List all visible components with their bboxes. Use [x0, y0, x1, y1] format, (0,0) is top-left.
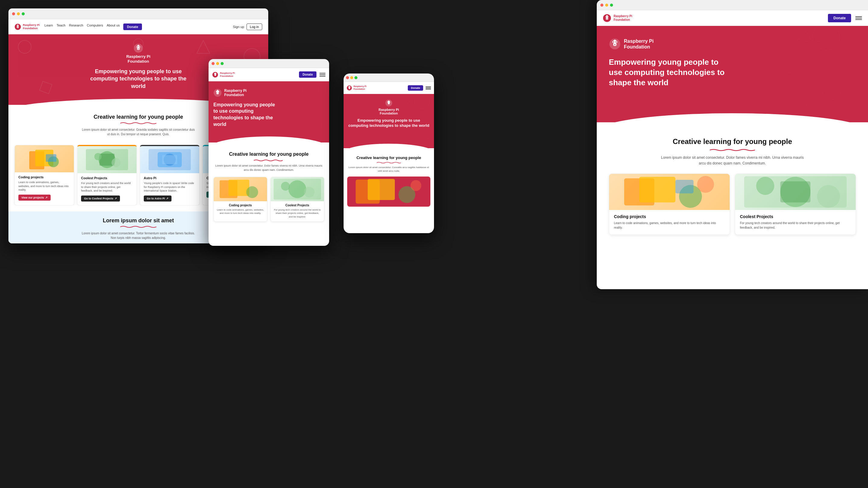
phone-nav: Raspberry Pi Foundation Donate [344, 82, 434, 94]
phone-hamburger-line-3 [426, 89, 431, 90]
svg-point-38 [304, 187, 314, 197]
tablet-cards: Coding projects Learn to code animations… [213, 177, 324, 222]
desktop-card-coolest-title: Coolest Projects [81, 176, 133, 180]
tablet-nav-logo[interactable]: Raspberry Pi Foundation [212, 72, 299, 78]
lr-maximize-dot [610, 4, 613, 7]
lr-hamburger-menu[interactable] [855, 16, 862, 20]
desktop-nav-signup[interactable]: Sign up [233, 25, 244, 29]
svg-point-54 [806, 99, 819, 113]
nav-link-research[interactable]: Research [69, 24, 83, 30]
tablet-card-coding-body: Coding projects Learn to code animations… [214, 201, 267, 218]
svg-point-56 [613, 41, 614, 42]
svg-rect-68 [780, 181, 810, 202]
svg-point-66 [756, 177, 774, 195]
phone-hamburger-line-1 [426, 87, 431, 87]
lr-nav-logo[interactable]: Raspberry Pi Foundation [603, 14, 828, 22]
svg-point-36 [288, 181, 306, 198]
tablet-hero-rpi-icon [213, 89, 222, 97]
lr-nav-donate-button[interactable]: Donate [828, 14, 851, 22]
tablet-maximize-dot [221, 62, 224, 65]
phone-hamburger-line-2 [426, 88, 431, 88]
desktop-card-astro: Astro Pi Young people's code in space! W… [140, 145, 199, 205]
lr-hero-rpi-icon [609, 38, 621, 50]
desktop-bottom-desc: Lorem ipsum dolor sit amet consectetur. … [81, 231, 195, 240]
svg-point-57 [615, 41, 617, 42]
desktop-card-coolest-image [78, 146, 136, 173]
phone-mockup: Raspberry Pi Foundation Donate [344, 73, 434, 233]
lr-minimize-dot [605, 4, 608, 7]
phone-nav-logo[interactable]: Raspberry Pi Foundation [347, 85, 408, 91]
lr-hero-logo-text: Raspberry Pi Foundation [624, 38, 654, 50]
tablet-nav-donate-button[interactable]: Donate [299, 71, 316, 78]
desktop-card-astro-title: Astro Pi [144, 176, 195, 180]
desktop-section1-wavy [120, 122, 156, 124]
desktop-card-astro-btn[interactable]: Go to Astro Pi ↗ [144, 195, 172, 201]
lr-card-coolest-text: For young tech creators around the world… [740, 221, 851, 230]
svg-point-1 [17, 25, 18, 26]
lr-cards: Coding projects Learn to code animations… [609, 173, 856, 235]
tablet-nav-logo-text: Raspberry Pi Foundation [220, 72, 235, 77]
desktop-hero-rpi-icon [133, 43, 143, 53]
svg-rect-24 [162, 155, 177, 164]
hamburger-line-2 [319, 74, 326, 75]
desktop-section1-desc: Lorem ipsum dolor sit amet consectetur. … [81, 127, 195, 136]
nav-link-computers[interactable]: Computers [87, 24, 103, 30]
tablet-chrome [209, 59, 329, 68]
tablet-card-coolest-text: For young tech creators around the world… [274, 208, 321, 218]
lr-card-coding-title: Coding projects [614, 214, 725, 219]
lr-card-coolest-body: Coolest Projects For young tech creators… [735, 210, 856, 235]
lr-card-coolest-title: Coolest Projects [740, 214, 851, 219]
lr-card-coding: Coding projects Learn to code animations… [609, 173, 730, 235]
desktop-card-astro-image [140, 146, 199, 173]
desktop-card-coding-image [15, 145, 74, 172]
lr-hamburger-line-2 [855, 18, 862, 19]
phone-minimize-dot [350, 76, 353, 79]
tablet-card-coolest: Coolest Projects For young tech creators… [270, 177, 324, 222]
tablet-hero-logo: Raspberry Pi Foundation [213, 89, 324, 97]
nav-link-about[interactable]: About us [107, 24, 120, 30]
phone-hero-rpi-icon [385, 99, 393, 107]
phone-close-dot [346, 76, 349, 79]
tablet-card-coding: Coding projects Learn to code animations… [213, 177, 267, 222]
desktop-nav-logo[interactable]: Raspberry Pi Foundation [14, 24, 40, 30]
desktop-card-coding-body: Coding projects Learn to code animations… [15, 172, 74, 204]
desktop-nav-login[interactable]: Log in [247, 24, 262, 30]
hamburger-line-3 [319, 76, 326, 76]
desktop-nav-donate-button[interactable]: Donate [123, 24, 142, 30]
svg-point-11 [138, 48, 139, 50]
desktop-card-coolest: Coolest Projects For young tech creators… [77, 145, 137, 205]
tablet-mockup: Raspberry Pi Foundation Donate [209, 59, 329, 246]
phone-nav-donate-button[interactable]: Donate [408, 85, 423, 91]
desktop-card-coolest-text: For young tech creators around the world… [81, 181, 133, 193]
phone-hamburger-menu[interactable] [426, 87, 431, 90]
large-right-mockup: Raspberry Pi Foundation Donate [597, 0, 868, 289]
desktop-card-coding-btn[interactable]: View our projects ↗ [19, 195, 51, 201]
raspberry-pi-logo-icon [14, 24, 21, 30]
svg-rect-53 [784, 72, 801, 90]
nav-link-learn[interactable]: Learn [44, 24, 53, 30]
desktop-card-astro-body: Astro Pi Young people's code in space! W… [140, 173, 199, 205]
svg-point-49 [608, 16, 608, 17]
hamburger-line-1 [319, 73, 326, 73]
desktop-nav-logo-text: Raspberry Pi Foundation [23, 24, 40, 30]
tablet-hamburger-menu[interactable] [319, 73, 326, 76]
lr-main: Creative learning for young people Lorem… [597, 122, 868, 241]
svg-point-9 [137, 46, 138, 47]
tablet-close-dot [212, 62, 215, 65]
svg-point-62 [697, 176, 714, 193]
lr-hero-logo: Raspberry Pi Foundation [609, 38, 856, 50]
lr-hero: Raspberry Pi Foundation Empowering young… [597, 26, 868, 122]
nav-link-teach[interactable]: Teach [57, 24, 65, 30]
phone-rpi-logo-icon [347, 85, 352, 91]
phone-nav-logo-text: Raspberry Pi Foundation [353, 85, 367, 90]
browser-close-dot [12, 12, 15, 15]
desktop-card-coolest-btn[interactable]: Go to Coolest Projects ↗ [81, 195, 120, 201]
lr-rpi-logo-icon [603, 14, 611, 22]
tablet-wavy-line [254, 159, 284, 161]
lr-hamburger-line-1 [855, 16, 862, 17]
lr-section-desc: Lorem ipsum dolor sit amet consectetur. … [657, 155, 808, 166]
svg-point-46 [410, 180, 421, 191]
svg-point-37 [281, 182, 290, 191]
svg-rect-15 [46, 154, 56, 162]
tablet-nav: Raspberry Pi Foundation Donate [209, 68, 329, 82]
